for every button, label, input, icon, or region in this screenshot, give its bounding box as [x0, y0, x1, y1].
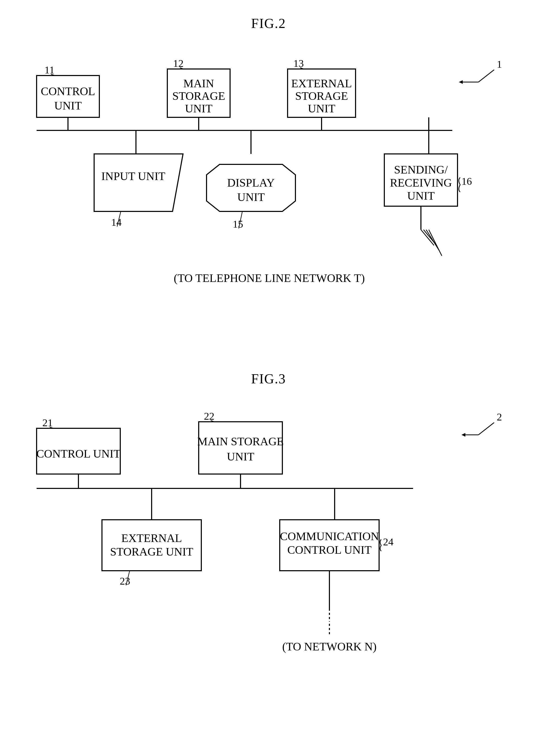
- fig3-ref23: 23: [120, 575, 130, 587]
- fig2-ref14: 14: [111, 216, 122, 228]
- main-storage-label1-fig3: MAIN STORAGE: [197, 435, 284, 448]
- fig3-ref24: 24: [383, 536, 393, 548]
- control-unit-label2-fig2: UNIT: [54, 99, 82, 112]
- fig3-ref-main: 2: [497, 411, 502, 423]
- svg-line-0: [478, 70, 494, 82]
- fig2-note: (TO TELEPHONE LINE NETWORK T): [174, 272, 365, 284]
- phone-line-d4: [429, 230, 442, 256]
- display-unit-label1: DISPLAY: [227, 176, 275, 189]
- fig2-ref16: 16: [462, 175, 472, 187]
- fig2-ref-main: 1: [497, 58, 502, 70]
- external-storage-label1-fig3: EXTERNAL: [121, 532, 182, 545]
- fig3-diagram: FIG.3 2 CONTROL UNIT 21 MAIN STORAGE UNI…: [21, 371, 516, 737]
- control-unit-label-fig3: CONTROL UNIT: [36, 447, 120, 460]
- comm-control-label1-fig3: COMMUNICATION: [280, 530, 379, 543]
- fig2-ref12: 12: [173, 57, 184, 69]
- sending-label2: RECEIVING: [390, 176, 452, 189]
- fig3-note: (TO NETWORK N): [282, 640, 377, 653]
- svg-marker-2: [459, 80, 463, 84]
- main-storage-label1-fig2: MAIN: [183, 77, 214, 90]
- page: FIG.2 1 CONTROL UNIT 11 MAIN STORAGE UNI…: [0, 0, 537, 756]
- fig3-ref21: 21: [42, 417, 53, 429]
- sending-label1: SENDING/: [394, 163, 448, 176]
- external-storage-label1-fig2: EXTERNAL: [291, 77, 352, 90]
- input-unit-label1: INPUT UNIT: [102, 170, 165, 183]
- fig2-ref15: 15: [233, 218, 243, 230]
- fig3-title: FIG.3: [21, 371, 516, 387]
- fig3-ref22: 22: [204, 410, 214, 422]
- svg-line-8: [478, 423, 494, 435]
- fig2-ref11: 11: [44, 64, 55, 76]
- main-storage-label2-fig3: UNIT: [227, 450, 254, 463]
- external-storage-label2-fig2: STORAGE: [295, 90, 348, 102]
- fig2-diagram: FIG.2 1 CONTROL UNIT 11 MAIN STORAGE UNI…: [21, 16, 516, 356]
- main-storage-label3-fig2: UNIT: [185, 102, 212, 115]
- control-unit-label1-fig2: CONTROL: [41, 85, 95, 98]
- display-unit-label2: UNIT: [237, 191, 265, 204]
- fig2-ref13: 13: [293, 57, 304, 69]
- main-storage-label2-fig2: STORAGE: [172, 90, 225, 102]
- sending-label3: UNIT: [407, 189, 434, 202]
- external-storage-label2-fig3: STORAGE UNIT: [110, 546, 193, 558]
- fig2-title: FIG.2: [21, 16, 516, 31]
- comm-control-label2-fig3: CONTROL UNIT: [287, 544, 372, 556]
- svg-marker-10: [462, 433, 465, 437]
- external-storage-label3-fig2: UNIT: [308, 102, 335, 115]
